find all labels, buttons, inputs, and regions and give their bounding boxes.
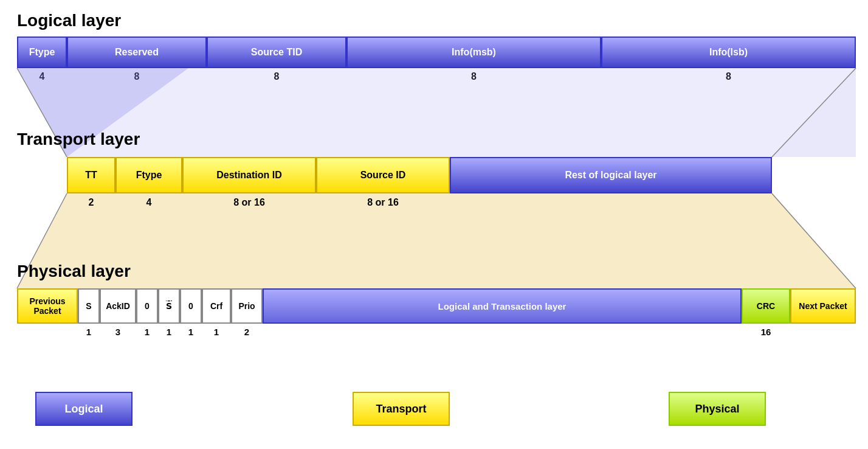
transport-cell-tt: TT (67, 157, 115, 193)
phys-cell-ackid: AckID (100, 288, 136, 324)
transport-num-4: 4 (115, 196, 182, 209)
logical-num-8b: 8 (207, 70, 346, 83)
transport-cell-rest: Rest of logical layer (450, 157, 772, 193)
logical-cell-sourcetid: Source TID (207, 37, 346, 68)
phys-num-1e: 1 (202, 325, 231, 337)
legend-physical-label: Physical (695, 403, 739, 416)
phys-cell-nextpacket: Next Packet (790, 288, 856, 324)
phys-cell-s: S (78, 288, 100, 324)
phys-num-1b: 1 (136, 325, 158, 337)
legend-transport: Transport (353, 392, 450, 426)
phys-num-1d: 1 (180, 325, 202, 337)
logical-title: Logical layer (17, 11, 121, 30)
transport-row: TT Ftype Destination ID Source ID Rest o… (67, 157, 772, 193)
transport-num-empty (450, 196, 772, 209)
logical-num-8c: 8 (346, 70, 601, 83)
transport-title: Transport layer (17, 130, 140, 149)
logical-cell-infolsb: Info(lsb) (601, 37, 856, 68)
phys-num-1c: 1 (158, 325, 180, 337)
transport-cell-destid: Destination ID (182, 157, 316, 193)
phys-num-2: 2 (231, 325, 263, 337)
logical-row: Ftype Reserved Source TID Info(msb) Info… (17, 37, 856, 68)
phys-num-3: 3 (100, 325, 136, 337)
transport-cell-ftype: Ftype (115, 157, 182, 193)
legend-logical-label: Logical (64, 403, 103, 416)
transport-nums: 2 4 8 or 16 8 or 16 (67, 196, 772, 209)
phys-num-empty2 (790, 325, 856, 337)
transport-num-2: 2 (67, 196, 115, 209)
phys-num-1a: 1 (78, 325, 100, 337)
legend-physical: Physical (669, 392, 766, 426)
transport-cell-srcid: Source ID (316, 157, 450, 193)
phys-cell-prio: Prio (231, 288, 263, 324)
physical-nums: 1 3 1 1 1 1 2 16 (17, 325, 856, 337)
legend-transport-label: Transport (376, 403, 426, 416)
phys-cell-0a: 0 (136, 288, 158, 324)
logical-nums: 4 8 8 8 8 (17, 70, 856, 83)
physical-row: Previous Packet S AckID 0 S̄ 0 Crf Prio … (17, 288, 856, 324)
physical-title: Physical layer (17, 262, 131, 281)
phys-num-16: 16 (742, 325, 790, 337)
logical-num-8a: 8 (67, 70, 207, 83)
phys-cell-crc: CRC (742, 288, 790, 324)
transport-num-8or16b: 8 or 16 (316, 196, 450, 209)
phys-cell-logical-trans: Logical and Transaction layer (263, 288, 742, 324)
phys-cell-sbar: S̄ (158, 288, 180, 324)
legend-logical: Logical (35, 392, 133, 426)
logical-cell-reserved: Reserved (67, 37, 207, 68)
svg-line-7 (772, 193, 856, 288)
phys-cell-0b: 0 (180, 288, 202, 324)
phys-cell-crf: Crf (202, 288, 231, 324)
logical-cell-ftype: Ftype (17, 37, 67, 68)
phys-num-flex (263, 325, 742, 337)
phys-cell-prevpacket: Previous Packet (17, 288, 78, 324)
logical-num-4: 4 (17, 70, 67, 83)
phys-num-empty (17, 325, 78, 337)
transport-num-8or16a: 8 or 16 (182, 196, 316, 209)
logical-num-8d: 8 (601, 70, 856, 83)
logical-cell-infomsb: Info(msb) (346, 37, 601, 68)
diagram-container: Logical layer Ftype Reserved Source TID … (0, 0, 868, 449)
